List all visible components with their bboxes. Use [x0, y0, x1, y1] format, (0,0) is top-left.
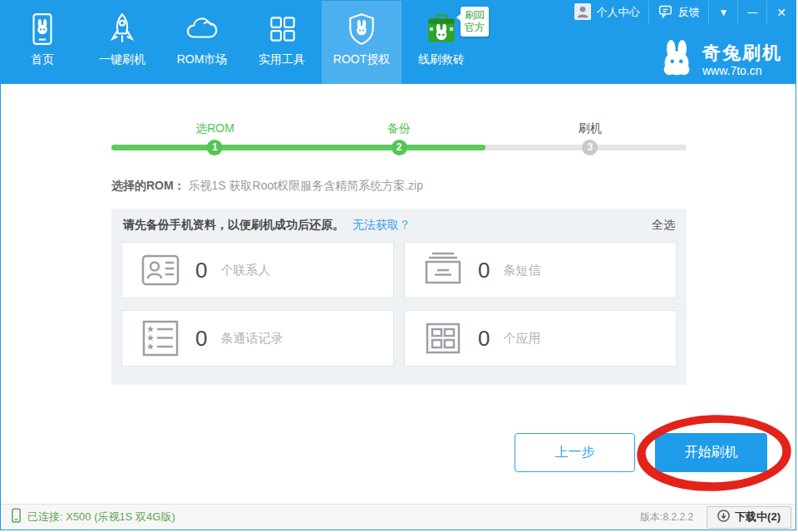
main-nav: 首页 一键刷机: [2, 1, 481, 84]
nav-item-line-flash-rescue[interactable]: 线刷救砖 刷回 官方: [401, 1, 481, 84]
official-rom-badge: 刷回 官方: [461, 7, 489, 37]
titlebar-controls: 个人中心 反馈 ▼ — ✕: [565, 1, 796, 24]
rabbit-logo-icon: [658, 39, 696, 81]
backup-title: 请先备份手机资料，以便刷机成功后还原。: [123, 218, 344, 233]
feedback-button[interactable]: 反馈: [648, 1, 708, 24]
nav-item-label: 线刷救砖: [418, 52, 465, 67]
start-flash-button[interactable]: 开始刷机: [655, 433, 767, 472]
backup-card-call-log[interactable]: 0 条通话记录: [121, 310, 394, 367]
cannot-get-link[interactable]: 无法获取？: [352, 218, 411, 233]
download-icon: [717, 510, 730, 525]
contacts-icon: [139, 249, 182, 292]
nav-item-label: ROOT授权: [333, 52, 390, 67]
main-content: 选ROM 1 备份 2 刷机 3 选择的ROM： 乐视1S 获取Root权限服务…: [1, 84, 796, 504]
app-window: 首页 一键刷机: [0, 0, 796, 530]
selected-rom-caption: 选择的ROM：: [111, 179, 185, 192]
apps-count: 0: [478, 326, 490, 352]
sms-label: 条短信: [503, 263, 540, 278]
dropdown-menu-button[interactable]: ▼: [708, 1, 737, 24]
connection-status: 已连接: X500 (乐视1S 双4G版): [11, 508, 175, 526]
nav-item-home[interactable]: 首页: [2, 1, 82, 84]
select-all-toggle[interactable]: 全选: [652, 218, 675, 233]
previous-step-button[interactable]: 上一步: [515, 433, 635, 472]
minimize-icon: —: [747, 7, 757, 18]
contacts-count: 0: [195, 258, 207, 283]
selected-rom-value: 乐视1S 获取Root权限服务含精简系统方案.zip: [189, 179, 423, 192]
close-button[interactable]: ✕: [766, 1, 796, 24]
phone-rabbit-icon: [25, 10, 60, 48]
brand-url: www.7to.cn: [702, 64, 782, 77]
contacts-label: 个联系人: [220, 263, 270, 278]
call-log-icon: [139, 317, 182, 360]
rocket-icon: [105, 10, 140, 48]
step-number: 2: [392, 140, 407, 155]
call-log-label: 条通话记录: [220, 331, 283, 347]
selected-rom-line: 选择的ROM： 乐视1S 获取Root权限服务含精简系统方案.zip: [111, 179, 423, 194]
step-flash: 刷机 3: [579, 121, 602, 155]
nav-item-oneclick-flash[interactable]: 一键刷机: [82, 1, 162, 84]
step-number: 3: [582, 140, 598, 155]
step-backup: 备份 2: [387, 121, 411, 155]
backup-panel-header: 请先备份手机资料，以便刷机成功后还原。 无法获取？ 全选: [111, 209, 687, 242]
step-select-rom: 选ROM 1: [195, 121, 234, 155]
brand-name: 奇兔刷机: [702, 42, 782, 63]
shield-rabbit-icon: [344, 10, 379, 48]
progress-steps: 选ROM 1 备份 2 刷机 3: [111, 84, 687, 167]
phone-connected-icon: [11, 508, 22, 526]
downloading-label: 下载中(2): [735, 510, 781, 525]
user-center-button[interactable]: 个人中心: [565, 1, 648, 24]
brand-logo: 奇兔刷机 www.7to.cn: [658, 39, 782, 81]
nav-item-tools[interactable]: 实用工具: [242, 1, 322, 84]
step-number: 1: [207, 140, 223, 155]
status-bar: 已连接: X500 (乐视1S 双4G版) 版本:8.2.2.2 下载中(2): [1, 504, 796, 530]
apps-label: 个应用: [503, 331, 540, 347]
backup-cards: 0 个联系人 0 条短信: [111, 242, 687, 367]
backup-card-contacts[interactable]: 0 个联系人: [121, 242, 394, 298]
green-box-rabbit-icon: [424, 10, 459, 48]
nav-item-label: 一键刷机: [99, 52, 145, 67]
call-log-count: 0: [195, 326, 207, 352]
version-text: 版本:8.2.2.2: [640, 510, 693, 525]
backup-card-apps[interactable]: 0 个应用: [404, 310, 677, 367]
downloading-button[interactable]: 下载中(2): [707, 506, 791, 529]
backup-card-sms[interactable]: 0 条短信: [404, 242, 677, 298]
cloud-icon: [184, 10, 220, 48]
minimize-button[interactable]: —: [737, 1, 766, 24]
apps-icon: [421, 317, 465, 360]
header: 首页 一键刷机: [1, 1, 796, 84]
avatar: [574, 3, 591, 22]
status-bar-right: 版本:8.2.2.2 下载中(2): [640, 505, 796, 530]
sms-count: 0: [478, 258, 490, 283]
sms-icon: [421, 249, 465, 292]
nav-item-label: 实用工具: [259, 52, 305, 67]
close-icon: ✕: [776, 6, 786, 19]
feedback-icon: [658, 4, 672, 21]
user-center-label: 个人中心: [596, 5, 639, 20]
nav-item-label: ROM市场: [177, 52, 228, 67]
nav-item-root-auth[interactable]: ROOT授权: [322, 1, 401, 84]
nav-item-rom-market[interactable]: ROM市场: [162, 1, 242, 84]
backup-panel: 请先备份手机资料，以便刷机成功后还原。 无法获取？ 全选: [111, 209, 687, 385]
connection-status-text: 已连接: X500 (乐视1S 双4G版): [27, 510, 175, 525]
feedback-label: 反馈: [677, 5, 699, 20]
progress-fill: [111, 145, 485, 150]
chevron-down-icon: ▼: [718, 7, 728, 18]
grid-icon: [264, 10, 299, 48]
nav-item-label: 首页: [31, 52, 54, 67]
